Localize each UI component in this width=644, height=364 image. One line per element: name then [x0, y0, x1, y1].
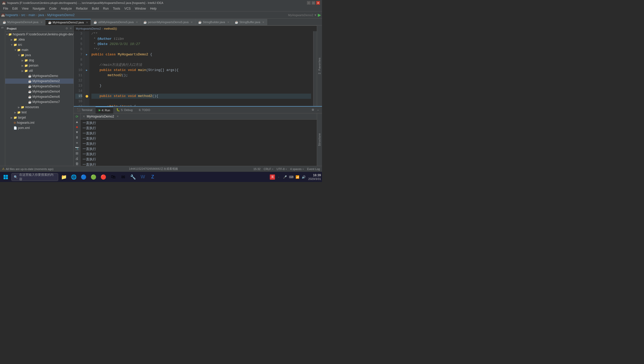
tab-close[interactable]: ✕ — [41, 21, 43, 24]
structure-icon[interactable]: S — [1, 27, 4, 29]
tree-item-idea[interactable]: ▶ 📁 .idea — [5, 37, 73, 42]
gutter-7[interactable]: ▶ — [84, 52, 89, 57]
tab-close-sb[interactable]: ✕ — [227, 21, 229, 24]
taskbar-app-explorer[interactable]: 📁 — [59, 172, 69, 182]
stop-icon[interactable]: ■ — [75, 125, 80, 129]
clear-icon[interactable]: 🗑 — [75, 161, 80, 166]
nav-hogwarts[interactable]: hogwarts — [5, 13, 18, 17]
camera-icon[interactable]: 📷 — [75, 146, 80, 150]
step-over-icon[interactable]: ≡ — [75, 140, 80, 145]
tree-item-main[interactable]: ▼ 📁 main — [5, 47, 73, 53]
code-editor[interactable]: 3 4 5 6 7 8 9 10 11 12 13 14 15 16 — [74, 31, 317, 106]
run-config-dropdown[interactable]: MyHogwartsDemo2 ▼ — [288, 14, 317, 17]
settings-icon[interactable]: ⚙ — [311, 108, 315, 112]
tab-debug[interactable]: 🐛 5: Debug — [113, 107, 136, 113]
menu-code[interactable]: Code — [47, 6, 59, 11]
gutter-15[interactable]: ⬤ — [84, 94, 89, 99]
taskbar-app-store[interactable]: 🛍 — [109, 172, 118, 182]
tab-stringbuffer[interactable]: ☕ StringBuffer.java ✕ — [232, 19, 267, 25]
minimize-button[interactable]: − — [307, 1, 311, 5]
menu-view[interactable]: View — [20, 6, 31, 11]
menu-window[interactable]: Window — [133, 6, 148, 11]
tree-item-src[interactable]: ▼ 📁 src — [5, 42, 73, 47]
tree-item-demo1[interactable]: ☕ MyHogwartsDemo — [5, 73, 73, 79]
pause-icon[interactable]: ⏸ — [75, 135, 80, 140]
menu-build[interactable]: Build — [90, 6, 101, 11]
tray-network[interactable]: 📶 — [295, 174, 300, 180]
taskbar-search[interactable]: 🔍 在这里输入你要搜索的内容 — [11, 173, 58, 181]
tree-item-dog[interactable]: ▶ 📁 dog — [5, 58, 73, 63]
taskbar-app-zoom[interactable]: Z — [148, 172, 157, 182]
nav-java[interactable]: java — [38, 13, 44, 17]
tab-close-active[interactable]: ✕ — [86, 21, 88, 24]
tree-item-target[interactable]: ▶ 📁 target — [5, 115, 73, 120]
tree-item-util[interactable]: ▶ 📁 util — [5, 68, 73, 73]
nav-main[interactable]: main — [29, 13, 35, 17]
scroll-down-icon[interactable]: ▼ — [75, 130, 80, 134]
tree-item-resources[interactable]: ▶ 📁 resources — [5, 105, 73, 110]
taskbar-app-red[interactable]: 🔴 — [99, 172, 108, 182]
nav-classfile[interactable]: MyHogwartsDemo2 — [47, 13, 75, 17]
tray-dot[interactable]: · — [276, 174, 281, 180]
breadcrumb-class[interactable]: MyHogwartsDemo2 — [76, 27, 101, 30]
tab-terminal[interactable]: ⬛ Terminal — [74, 107, 96, 113]
close-button[interactable]: ✕ — [316, 1, 320, 5]
sidebar-close[interactable]: ✕ — [70, 27, 72, 30]
tab-todo[interactable]: 6: TODO — [136, 107, 153, 113]
taskbar-app-edge[interactable]: 🌐 — [69, 172, 78, 182]
clock[interactable]: 16:39 2020/3/31 — [308, 173, 321, 181]
run-close-icon[interactable]: ✕ — [83, 115, 85, 118]
menu-refactor[interactable]: Refactor — [74, 6, 90, 11]
tab-run[interactable]: ▶ 4: Run — [96, 107, 113, 113]
tab-demo5person[interactable]: ☕ person\MyHogwartsDemo5.java ✕ — [141, 19, 196, 25]
maximize-button[interactable]: □ — [312, 1, 315, 5]
run-close-x[interactable]: ✕ — [117, 115, 119, 118]
tab-demo2[interactable]: ☕ MyHogwartsDemo2.java ✕ — [45, 19, 91, 25]
breakpoint-15[interactable]: ⬤ — [85, 95, 88, 98]
menu-tools[interactable]: Tools — [111, 6, 122, 11]
nav-src[interactable]: src — [21, 13, 25, 17]
start-button[interactable] — [1, 172, 10, 182]
tray-keyboard[interactable]: ⌨ — [289, 174, 294, 180]
taskbar-app-green[interactable]: 🟢 — [89, 172, 98, 182]
taskbar-app-tools[interactable]: 🔧 — [128, 172, 138, 182]
gutter-10[interactable]: ▶ — [84, 68, 89, 73]
tree-item-java[interactable]: ▼ 📁 java — [5, 53, 73, 58]
tree-item-person[interactable]: ▶ 📁 person — [5, 63, 73, 68]
tab-demo5util[interactable]: ☕ util\MyHogwartsDemo5.java ✕ — [91, 19, 141, 25]
fold-icon[interactable]: ⊞ — [75, 151, 80, 155]
sidebar-settings[interactable]: ⚙ — [65, 27, 68, 30]
taskbar-app-word[interactable]: W — [138, 172, 147, 182]
window-controls[interactable]: − □ ✕ — [307, 1, 320, 5]
tree-item-demo3[interactable]: ☕ MyHogwartsDemo3 — [5, 84, 73, 89]
run-button[interactable]: ▶ — [318, 12, 321, 17]
tab-close-person[interactable]: ✕ — [191, 21, 193, 24]
tree-item-demo6[interactable]: ☕ MyHogwartsDemo6 — [5, 94, 73, 99]
tray-ime[interactable]: 英 — [270, 174, 275, 180]
menu-run[interactable]: Run — [101, 6, 111, 11]
tab-stringbuilder[interactable]: ☕ StringBuilder.java ✕ — [196, 19, 232, 25]
breadcrumb-method[interactable]: method2() — [104, 27, 117, 30]
tab-demo4[interactable]: ☕ MyHogwartsDemo4.java ✕ — [0, 19, 45, 25]
event-log[interactable]: Event Log — [307, 167, 320, 171]
run-arrow-10[interactable]: ▶ — [86, 69, 88, 72]
minimize-panel-icon[interactable]: − — [316, 108, 320, 112]
tray-mic[interactable]: 🎤 — [282, 174, 287, 180]
menu-file[interactable]: File — [1, 6, 10, 11]
tray-volume[interactable]: 🔊 — [301, 174, 306, 180]
tree-item-test[interactable]: ▶ 📁 test — [5, 110, 73, 115]
rerun-icon[interactable]: ⟳ — [75, 114, 80, 119]
tab-close-util[interactable]: ✕ — [136, 21, 138, 24]
menu-edit[interactable]: Edit — [10, 6, 20, 11]
taskbar-app-mail[interactable]: ✉ — [118, 172, 128, 182]
menu-help[interactable]: Help — [148, 6, 159, 11]
run-arrow-7[interactable]: ▶ — [86, 53, 88, 56]
tree-item-demo2[interactable]: ☕ MyHogwartsDemo2 — [5, 79, 73, 84]
tree-item-demo4[interactable]: ☕ MyHogwartsDemo4 — [5, 89, 73, 94]
tab-close-sbuf[interactable]: ✕ — [262, 21, 264, 24]
menu-vcs[interactable]: VCS — [122, 6, 133, 11]
tree-item-hogwarts[interactable]: ▼ 📁 hogwarts F:\codeSource\Jenkins-plugi… — [5, 32, 73, 37]
scroll-up-icon[interactable]: ▲ — [75, 120, 80, 124]
menu-analyze[interactable]: Analyze — [59, 6, 74, 11]
code-content[interactable]: /** * @Author tlibn * @Date 2020/3/31 10… — [89, 31, 313, 106]
